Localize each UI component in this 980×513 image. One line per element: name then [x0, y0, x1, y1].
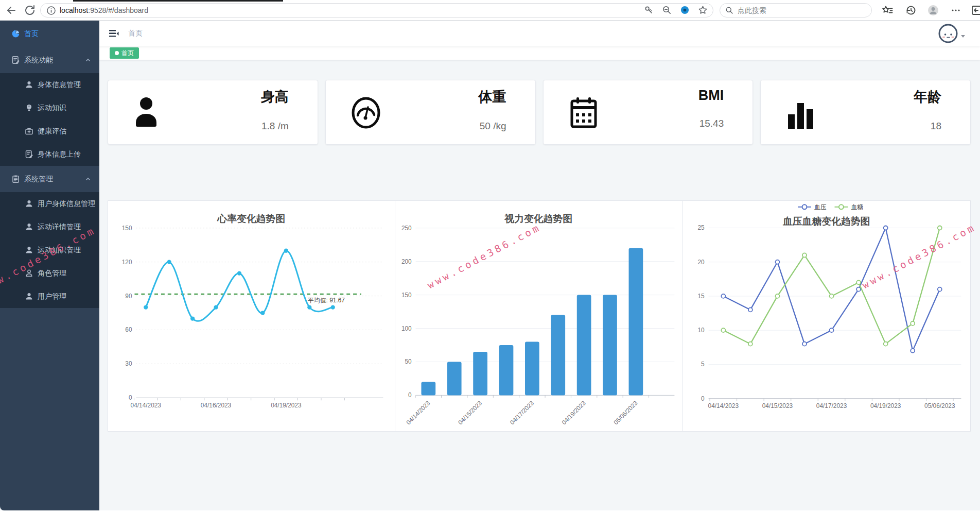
- svg-text:平均值: 91.67: 平均值: 91.67: [308, 297, 345, 304]
- browser-profile-avatar[interactable]: [927, 4, 939, 16]
- svg-text:60: 60: [125, 326, 132, 333]
- svg-text:04/14/2023: 04/14/2023: [708, 402, 739, 409]
- stat-cards-row: 身高1.8 /m 体重50 /kg BMI15.43 年龄18: [108, 80, 971, 145]
- user-icon: [25, 199, 33, 208]
- svg-text:25: 25: [697, 224, 705, 231]
- site-info-icon[interactable]: [47, 6, 56, 15]
- tag-label: 首页: [121, 49, 134, 58]
- sidebar-item-user-body-info-mgmt[interactable]: 用户身体信息管理: [0, 192, 99, 215]
- tracking-prevention-orb-icon[interactable]: [680, 5, 690, 17]
- stat-value: 50 /kg: [479, 121, 506, 132]
- charts-panel: 心率变化趋势图0306090120150平均值: 91.6704/14/2023…: [108, 200, 971, 432]
- sidebar-item-label: 运动知识: [38, 104, 66, 113]
- svg-text:心率变化趋势图: 心率变化趋势图: [217, 213, 285, 224]
- sidebar-item-label: 身体信息管理: [38, 80, 81, 90]
- history-icon[interactable]: [905, 4, 917, 16]
- sidebar-item-body-info-upload[interactable]: 身体信息上传: [0, 143, 99, 166]
- svg-text:150: 150: [122, 225, 132, 232]
- bookmark-star-icon[interactable]: [698, 5, 708, 17]
- sidebar-item-health-assessment[interactable]: 健康评估: [0, 119, 99, 143]
- hamburger-icon[interactable]: [109, 28, 119, 39]
- svg-text:100: 100: [401, 325, 412, 332]
- svg-text:04/19/2023: 04/19/2023: [870, 402, 901, 409]
- browser-toolbar: localhost:9528/#/dashboard: [0, 0, 980, 21]
- sidebar-group-label: 系统功能: [24, 56, 53, 65]
- sidebar-item-label: 首页: [24, 29, 39, 39]
- svg-text:0: 0: [701, 395, 705, 402]
- window-bottom-edge: [0, 510, 980, 513]
- browser-menu-dots-icon[interactable]: [950, 4, 962, 16]
- sidebar-item-body-info-mgmt[interactable]: 身体信息管理: [0, 73, 99, 96]
- medkit-icon: [25, 127, 33, 135]
- sidebar-item-label: 角色管理: [38, 269, 66, 278]
- svg-text:10: 10: [697, 327, 705, 334]
- svg-text:150: 150: [401, 292, 412, 299]
- stat-value: 18: [914, 121, 941, 132]
- svg-text:05/06/2023: 05/06/2023: [612, 399, 639, 426]
- svg-text:血压血糖变化趋势图: 血压血糖变化趋势图: [782, 216, 869, 227]
- user-icon: [25, 246, 33, 254]
- password-key-icon[interactable]: [644, 5, 654, 17]
- chart-bp-sugar[interactable]: 血压血糖血压血糖变化趋势图051015202504/14/202304/15/2…: [683, 201, 970, 431]
- svg-text:30: 30: [125, 360, 132, 367]
- svg-text:05/06/2023: 05/06/2023: [924, 402, 955, 409]
- stat-title: 体重: [479, 88, 506, 106]
- chart-vision[interactable]: 视力变化趋势图05010015020025004/14/202304/15/20…: [395, 201, 682, 431]
- sidebar-item-label: 健康评估: [38, 127, 66, 136]
- stat-title: BMI: [698, 88, 724, 104]
- svg-text:血糖: 血糖: [851, 203, 863, 211]
- form-icon: [25, 150, 33, 159]
- breadcrumb[interactable]: 首页: [128, 29, 143, 38]
- svg-text:04/19/2023: 04/19/2023: [561, 399, 587, 426]
- svg-text:200: 200: [401, 258, 412, 265]
- sidebar-panel-icon[interactable]: [971, 4, 980, 16]
- user-avatar-dropdown[interactable]: [936, 22, 967, 45]
- stat-title: 年龄: [914, 88, 941, 106]
- bar-chart-icon: [786, 96, 816, 130]
- svg-text:04/17/2023: 04/17/2023: [509, 399, 535, 426]
- svg-text:04/14/2023: 04/14/2023: [405, 399, 432, 426]
- bulb-icon: [25, 104, 33, 112]
- svg-text:15: 15: [697, 293, 705, 300]
- chart-heart-rate[interactable]: 心率变化趋势图0306090120150平均值: 91.6704/14/2023…: [108, 201, 395, 431]
- stat-title: 身高: [261, 88, 289, 106]
- address-bar[interactable]: localhost:9528/#/dashboard: [40, 3, 713, 18]
- sidebar-item-user-mgmt[interactable]: 用户管理: [0, 285, 99, 308]
- stat-card-bmi: BMI15.43: [543, 80, 754, 145]
- sidebar-item-label: 用户身体信息管理: [38, 199, 95, 209]
- svg-text:04/14/2023: 04/14/2023: [131, 402, 162, 409]
- favorites-list-icon[interactable]: [881, 4, 894, 16]
- tags-view-bar: 首页: [99, 46, 980, 60]
- sidebar-item-label: 运动详情管理: [38, 223, 81, 232]
- svg-text:0: 0: [129, 394, 132, 401]
- refresh-icon[interactable]: [24, 4, 36, 16]
- svg-text:04/17/2023: 04/17/2023: [816, 402, 847, 409]
- sidebar-item-home[interactable]: 首页: [0, 21, 99, 47]
- tab-strip-sliver: [73, 0, 283, 2]
- search-input[interactable]: [738, 6, 851, 14]
- chevron-up-icon: [85, 57, 91, 63]
- stat-card-height: 身高1.8 /m: [108, 80, 318, 145]
- quick-search-box[interactable]: [720, 3, 872, 18]
- sidebar-item-label: 身体信息上传: [38, 150, 81, 159]
- sidebar-group-system-functions[interactable]: 系统功能: [0, 47, 99, 73]
- svg-text:04/15/2023: 04/15/2023: [457, 399, 484, 426]
- tag-home[interactable]: 首页: [110, 47, 139, 59]
- form-icon: [11, 56, 20, 64]
- person-icon: [133, 96, 163, 130]
- url-text: localhost:9528/#/dashboard: [60, 6, 148, 14]
- stat-value: 1.8 /m: [261, 121, 289, 132]
- navbar: 首页: [99, 21, 980, 46]
- svg-text:视力变化趋势图: 视力变化趋势图: [504, 213, 573, 224]
- svg-text:120: 120: [122, 259, 132, 266]
- sidebar-item-label: 用户管理: [38, 292, 66, 301]
- svg-text:90: 90: [125, 293, 132, 300]
- back-icon[interactable]: [5, 4, 18, 16]
- svg-text:50: 50: [405, 358, 412, 365]
- sidebar-group-system-admin[interactable]: 系统管理: [0, 166, 99, 192]
- sidebar-item-sport-knowledge[interactable]: 运动知识: [0, 96, 99, 119]
- svg-text:20: 20: [697, 259, 705, 266]
- svg-text:04/19/2023: 04/19/2023: [271, 402, 302, 409]
- zoom-out-icon[interactable]: [662, 5, 672, 17]
- user-icon: [25, 292, 33, 301]
